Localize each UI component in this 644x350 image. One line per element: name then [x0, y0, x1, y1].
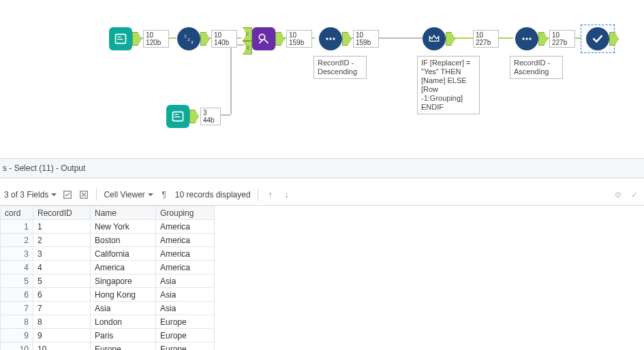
- table-row[interactable]: 55SingaporeAsia: [1, 274, 215, 288]
- table-row[interactable]: 44AmericaAmerica: [1, 261, 215, 274]
- workflow-canvas[interactable]: 10 120b 123 10 140b F R 10 159b 10 159b …: [0, 0, 644, 153]
- tool-annotation: IF [Replacer] = "Yes" THEN [Name] ELSE […: [417, 56, 480, 114]
- cell-recordid: 2: [33, 234, 91, 247]
- sort-tool[interactable]: [319, 27, 342, 50]
- output-anchor[interactable]: [446, 32, 455, 46]
- output-anchor[interactable]: [609, 32, 619, 46]
- svg-rect-17: [174, 116, 180, 117]
- stat-rows: 10: [356, 31, 376, 39]
- results-table[interactable]: cord RecordID Name Grouping 11New YorkAm…: [0, 206, 215, 350]
- arrow-up-icon[interactable]: ↑: [265, 189, 276, 200]
- sort-icon: [520, 32, 534, 46]
- stat-rows: 10: [476, 31, 496, 39]
- table-row[interactable]: 1010EuropeEurope: [1, 343, 215, 351]
- col-name[interactable]: Name: [91, 206, 156, 220]
- check-icon[interactable]: [62, 189, 73, 200]
- output-anchor[interactable]: [342, 32, 352, 46]
- cell-name: London: [91, 315, 156, 329]
- cell-index: 4: [1, 261, 33, 274]
- cell-name: Boston: [91, 234, 156, 247]
- results-toolbar: 3 of 3 Fields Cell Viewer ¶ 10 records d…: [0, 184, 644, 206]
- multi-row-formula-tool[interactable]: [423, 27, 446, 50]
- output-anchor[interactable]: [538, 32, 548, 46]
- select-icon: [591, 32, 604, 46]
- cell-index: 9: [1, 329, 33, 343]
- svg-point-10: [329, 37, 331, 39]
- col-recordid[interactable]: RecordID: [33, 206, 91, 220]
- record-id-tool[interactable]: 123: [177, 27, 200, 50]
- cell-index: 5: [1, 274, 33, 288]
- no-entry-icon[interactable]: ⊘: [613, 189, 624, 200]
- svg-line-7: [264, 39, 269, 44]
- col-grouping[interactable]: Grouping: [156, 206, 215, 220]
- svg-point-9: [326, 37, 328, 39]
- col-record[interactable]: cord: [1, 206, 33, 220]
- output-anchor[interactable]: [275, 32, 285, 46]
- select-tool[interactable]: [586, 27, 609, 50]
- cell-index: 1: [1, 220, 33, 234]
- results-header: s - Select (11) - Output: [0, 158, 644, 178]
- svg-text:2: 2: [187, 37, 189, 42]
- cell-recordid: 7: [33, 302, 91, 315]
- svg-text:3: 3: [191, 40, 193, 44]
- stat-size: 227b: [552, 39, 572, 46]
- separator: [258, 189, 258, 201]
- tool-annotation: RecordID - Descending: [313, 56, 367, 79]
- results-title: s - Select (11) - Output: [3, 163, 85, 173]
- svg-text:1: 1: [184, 34, 186, 38]
- tool-stat: 10 120b: [143, 30, 169, 48]
- table-row[interactable]: 88LondonEurope: [1, 315, 215, 329]
- text-input-tool[interactable]: [166, 105, 189, 128]
- cell-index: 2: [1, 234, 33, 247]
- table-row[interactable]: 22BostonAmerica: [1, 234, 215, 247]
- stat-size: 44b: [203, 116, 218, 124]
- tool-stat: 10 227b: [549, 30, 575, 48]
- cell-grouping: America: [156, 234, 215, 247]
- cell-recordid: 8: [33, 315, 91, 329]
- input-anchor-f[interactable]: F: [243, 27, 252, 41]
- cell-index: 6: [1, 288, 33, 302]
- cell-recordid: 9: [33, 329, 91, 343]
- cell-index: 8: [1, 315, 33, 329]
- stat-rows: 10: [214, 31, 234, 39]
- text-input-tool[interactable]: [109, 27, 132, 50]
- records-displayed-label: 10 records displayed: [175, 190, 251, 200]
- tool-stat: 10 159b: [353, 30, 379, 48]
- arrow-down-icon[interactable]: ↓: [281, 189, 292, 200]
- table-row[interactable]: 33CaliforniaAmerica: [1, 247, 215, 261]
- cell-recordid: 3: [33, 247, 91, 261]
- paragraph-icon[interactable]: ¶: [159, 189, 170, 200]
- cell-grouping: America: [156, 247, 215, 261]
- input-anchor-r[interactable]: R: [243, 41, 252, 54]
- stat-rows: 10: [146, 31, 166, 39]
- table-row[interactable]: 11New YorkAmerica: [1, 220, 215, 234]
- cell-grouping: Europe: [156, 315, 215, 329]
- results-grid[interactable]: cord RecordID Name Grouping 11New YorkAm…: [0, 206, 644, 350]
- table-row[interactable]: 77AsiaAsia: [1, 302, 215, 315]
- table-row[interactable]: 66Hong KongAsia: [1, 288, 215, 302]
- find-replace-tool[interactable]: [252, 27, 275, 50]
- output-anchor[interactable]: [132, 32, 142, 46]
- stat-size: 140b: [214, 39, 234, 46]
- cell-grouping: Asia: [156, 302, 215, 315]
- cell-grouping: Europe: [156, 343, 215, 351]
- stat-size: 227b: [476, 39, 496, 46]
- fields-dropdown[interactable]: 3 of 3 Fields: [4, 190, 57, 200]
- record-id-icon: 123: [182, 32, 196, 46]
- cell-grouping: America: [156, 261, 215, 274]
- cell-viewer-dropdown[interactable]: Cell Viewer: [104, 190, 153, 200]
- sort-tool[interactable]: [515, 27, 538, 50]
- apply-icon[interactable]: ✓: [629, 189, 640, 200]
- table-row[interactable]: 99ParisEurope: [1, 329, 215, 343]
- cell-name: Hong Kong: [91, 288, 156, 302]
- cell-name: Europe: [91, 343, 156, 351]
- output-anchor[interactable]: [200, 32, 210, 46]
- uncheck-icon[interactable]: [78, 189, 89, 200]
- svg-rect-1: [117, 37, 121, 37]
- cell-grouping: Europe: [156, 329, 215, 343]
- stat-rows: 3: [203, 109, 218, 116]
- sort-icon: [324, 32, 337, 46]
- svg-point-6: [259, 34, 264, 39]
- output-anchor[interactable]: [189, 110, 199, 123]
- tool-stat: 10 159b: [286, 30, 312, 48]
